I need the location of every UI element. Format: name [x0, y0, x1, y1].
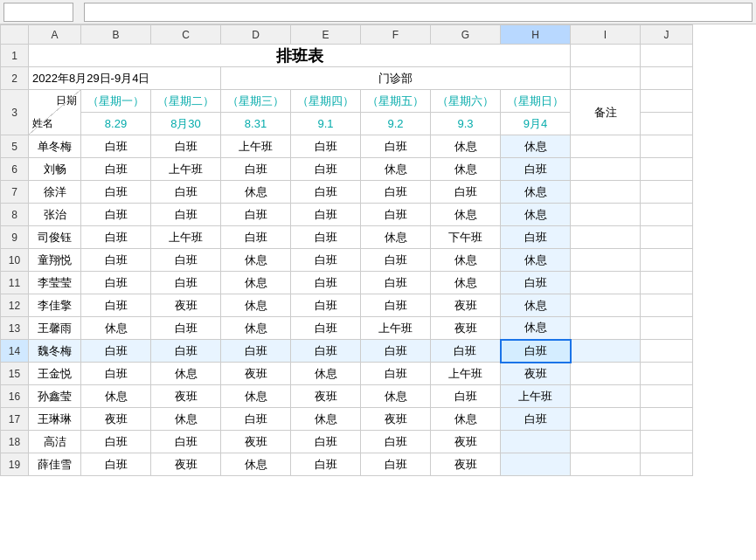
- shift-cell[interactable]: 白班: [291, 204, 361, 226]
- shift-cell[interactable]: 白班: [151, 317, 221, 340]
- shift-cell[interactable]: 休息: [501, 317, 571, 340]
- shift-cell[interactable]: 休息: [81, 385, 151, 408]
- shift-cell[interactable]: 休息: [221, 249, 291, 272]
- shift-cell[interactable]: 夜班: [291, 385, 361, 408]
- shift-cell[interactable]: 白班: [81, 249, 151, 272]
- shift-cell[interactable]: 白班: [361, 272, 431, 294]
- shift-cell[interactable]: 白班: [291, 272, 361, 294]
- shift-cell[interactable]: 休息: [431, 249, 501, 272]
- shift-cell[interactable]: 夜班: [431, 431, 501, 453]
- shift-cell[interactable]: 上午班: [151, 226, 221, 249]
- shift-cell[interactable]: 白班: [291, 431, 361, 453]
- shift-cell[interactable]: 夜班: [431, 294, 501, 317]
- shift-cell[interactable]: 休息: [291, 363, 361, 385]
- shift-cell[interactable]: 夜班: [81, 408, 151, 431]
- shift-cell[interactable]: 休息: [361, 158, 431, 181]
- shift-cell[interactable]: 上午班: [501, 385, 571, 408]
- shift-cell[interactable]: 白班: [81, 181, 151, 204]
- shift-cell[interactable]: 白班: [501, 272, 571, 294]
- shift-cell[interactable]: 白班: [501, 226, 571, 249]
- shift-cell[interactable]: 夜班: [151, 453, 221, 476]
- shift-cell[interactable]: 夜班: [221, 363, 291, 385]
- formula-value[interactable]: [84, 3, 753, 22]
- shift-cell[interactable]: 白班: [81, 158, 151, 181]
- shift-cell[interactable]: 夜班: [221, 431, 291, 453]
- shift-cell[interactable]: 白班: [81, 204, 151, 226]
- shift-cell[interactable]: 白班: [291, 135, 361, 158]
- shift-cell[interactable]: 白班: [501, 408, 571, 431]
- col-header[interactable]: [1, 25, 29, 45]
- shift-cell[interactable]: 白班: [81, 453, 151, 476]
- shift-cell[interactable]: 休息: [431, 408, 501, 431]
- col-header[interactable]: B: [81, 25, 151, 45]
- shift-cell[interactable]: 休息: [501, 135, 571, 158]
- shift-cell[interactable]: 夜班: [501, 363, 571, 385]
- shift-cell[interactable]: 休息: [501, 204, 571, 226]
- shift-cell[interactable]: 白班: [361, 135, 431, 158]
- shift-cell[interactable]: 白班: [501, 340, 571, 363]
- shift-cell[interactable]: 白班: [221, 204, 291, 226]
- shift-cell[interactable]: 白班: [81, 135, 151, 158]
- shift-cell[interactable]: 夜班: [431, 317, 501, 340]
- shift-cell[interactable]: 休息: [151, 408, 221, 431]
- shift-cell[interactable]: 白班: [291, 181, 361, 204]
- shift-cell[interactable]: 白班: [151, 340, 221, 363]
- shift-cell[interactable]: 白班: [151, 204, 221, 226]
- col-header[interactable]: E: [291, 25, 361, 45]
- shift-cell[interactable]: 白班: [291, 226, 361, 249]
- shift-cell[interactable]: 休息: [501, 294, 571, 317]
- col-header[interactable]: A: [29, 25, 81, 45]
- shift-cell[interactable]: 休息: [501, 249, 571, 272]
- shift-cell[interactable]: [501, 453, 571, 476]
- shift-cell[interactable]: 白班: [431, 181, 501, 204]
- shift-cell[interactable]: 下午班: [431, 226, 501, 249]
- shift-cell[interactable]: 白班: [81, 340, 151, 363]
- shift-cell[interactable]: 白班: [151, 431, 221, 453]
- shift-cell[interactable]: 白班: [221, 408, 291, 431]
- shift-cell[interactable]: 白班: [361, 340, 431, 363]
- shift-cell[interactable]: 白班: [431, 385, 501, 408]
- spreadsheet[interactable]: ABCDEFGHIJ1排班表22022年8月29日-9月4日门诊部3日期姓名（星…: [0, 24, 756, 560]
- shift-cell[interactable]: 休息: [81, 317, 151, 340]
- shift-cell[interactable]: 上午班: [361, 317, 431, 340]
- shift-cell[interactable]: 休息: [221, 317, 291, 340]
- shift-cell[interactable]: 白班: [81, 226, 151, 249]
- col-header[interactable]: I: [571, 25, 641, 45]
- col-header[interactable]: G: [431, 25, 501, 45]
- shift-cell[interactable]: 白班: [361, 249, 431, 272]
- shift-cell[interactable]: 休息: [431, 272, 501, 294]
- shift-cell[interactable]: 休息: [431, 135, 501, 158]
- shift-cell[interactable]: 休息: [221, 385, 291, 408]
- shift-cell[interactable]: 白班: [361, 294, 431, 317]
- shift-cell[interactable]: 白班: [361, 453, 431, 476]
- shift-cell[interactable]: 休息: [361, 226, 431, 249]
- shift-cell[interactable]: 夜班: [151, 385, 221, 408]
- shift-cell[interactable]: 休息: [431, 158, 501, 181]
- shift-cell[interactable]: 休息: [501, 181, 571, 204]
- shift-cell[interactable]: 白班: [81, 431, 151, 453]
- shift-cell[interactable]: 白班: [361, 204, 431, 226]
- shift-cell[interactable]: 上午班: [221, 135, 291, 158]
- col-header[interactable]: C: [151, 25, 221, 45]
- shift-cell[interactable]: 夜班: [361, 408, 431, 431]
- cell-reference[interactable]: [3, 3, 73, 22]
- shift-cell[interactable]: 白班: [291, 294, 361, 317]
- shift-cell[interactable]: 白班: [431, 340, 501, 363]
- shift-cell[interactable]: 休息: [361, 385, 431, 408]
- shift-cell[interactable]: 休息: [221, 272, 291, 294]
- shift-cell[interactable]: 白班: [151, 272, 221, 294]
- shift-cell[interactable]: 白班: [81, 294, 151, 317]
- shift-cell[interactable]: 白班: [151, 135, 221, 158]
- shift-cell[interactable]: [501, 431, 571, 453]
- shift-cell[interactable]: 白班: [221, 340, 291, 363]
- shift-cell[interactable]: 白班: [361, 363, 431, 385]
- shift-cell[interactable]: 白班: [151, 249, 221, 272]
- shift-cell[interactable]: 休息: [221, 453, 291, 476]
- shift-cell[interactable]: 白班: [501, 158, 571, 181]
- shift-cell[interactable]: 白班: [291, 340, 361, 363]
- shift-cell[interactable]: 夜班: [431, 453, 501, 476]
- shift-cell[interactable]: 白班: [81, 272, 151, 294]
- shift-cell[interactable]: 休息: [151, 363, 221, 385]
- col-header[interactable]: H: [501, 25, 571, 45]
- shift-cell[interactable]: 休息: [221, 294, 291, 317]
